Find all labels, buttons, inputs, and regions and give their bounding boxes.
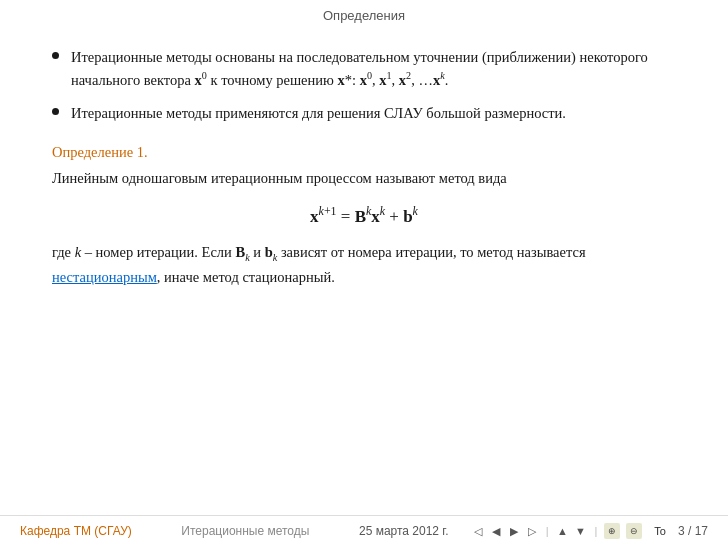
footer-right: 25 марта 2012 г. ◁ ◀ ▶ ▷ | ▲ ▼ | ⊕ ⊖ To … — [359, 523, 708, 539]
definition-intro: Линейным одношаговым итерационным процес… — [52, 167, 676, 190]
bk-matrix: B — [236, 244, 246, 260]
definition-section: Определение 1. Линейным одношаговым итер… — [52, 144, 676, 289]
nav-up-icon[interactable]: ▲ — [555, 524, 569, 538]
bullet-text-2: Итерационные методы применяются для реше… — [71, 102, 676, 124]
slide: Определения Итерационные методы основаны… — [0, 0, 728, 546]
k-variable: k — [75, 244, 81, 260]
footer-center: Итерационные методы — [181, 524, 309, 538]
definition-description: где k – номер итерации. Если Bk и bk зав… — [52, 241, 676, 289]
formula-lhs: xk+1 — [310, 207, 336, 226]
zoom-icon[interactable]: ⊕ — [604, 523, 620, 539]
nav-first-icon[interactable]: ◁ — [471, 524, 485, 538]
bullet-icon — [52, 108, 59, 115]
nav-down-icon[interactable]: ▼ — [573, 524, 587, 538]
footer-date: 25 марта 2012 г. — [359, 524, 449, 538]
nav-next-icon[interactable]: ▶ — [507, 524, 521, 538]
formula-rhs: Bkxk + bk — [355, 207, 418, 226]
bullet-icon — [52, 52, 59, 59]
list-item: Итерационные методы основаны на последов… — [52, 46, 676, 92]
list-item: Итерационные методы применяются для реше… — [52, 102, 676, 124]
separator: | — [546, 525, 549, 537]
bullet-list: Итерационные методы основаны на последов… — [52, 46, 676, 124]
definition-intro-text: Линейным одношаговым итерационным процес… — [52, 170, 507, 186]
slide-title: Определения — [323, 8, 405, 23]
separator2: | — [594, 525, 597, 537]
nav-last-icon[interactable]: ▷ — [525, 524, 539, 538]
nav-prev-icon[interactable]: ◀ — [489, 524, 503, 538]
footer-page: 3 / 17 — [678, 524, 708, 538]
bullet-text-1: Итерационные методы основаны на последов… — [71, 46, 676, 92]
zoom-out-icon[interactable]: ⊖ — [626, 523, 642, 539]
slide-header: Определения — [0, 0, 728, 28]
formula-block: xk+1 = Bkxk + bk — [52, 204, 676, 227]
k-subscript2: k — [273, 252, 278, 263]
footer-left: Кафедра ТМ (СГАУ) — [20, 524, 132, 538]
slide-footer: Кафедра ТМ (СГАУ) Итерационные методы 25… — [0, 515, 728, 546]
bk-vector: b — [265, 244, 273, 260]
k-subscript1: k — [245, 252, 250, 263]
definition-title: Определение 1. — [52, 144, 676, 161]
nav-icons: ◁ ◀ ▶ ▷ | ▲ ▼ | ⊕ ⊖ — [471, 523, 643, 539]
to-label: To — [654, 525, 666, 537]
formula-equals: = — [341, 207, 355, 226]
slide-content: Итерационные методы основаны на последов… — [0, 28, 728, 515]
nonstationary-link[interactable]: нестационарным — [52, 269, 157, 285]
